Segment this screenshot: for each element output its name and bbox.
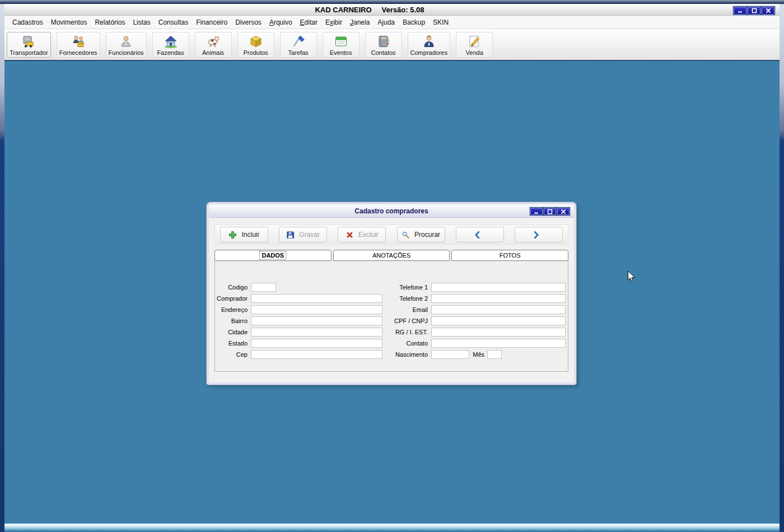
form-left-column: Codigo Comprador Endereço Bairro Cidade … — [215, 282, 382, 360]
endereco-input[interactable] — [251, 305, 382, 314]
toolbar-button-label: Compradores — [410, 49, 448, 56]
dialog-maximize-button[interactable] — [544, 208, 556, 215]
window-controls — [732, 6, 776, 16]
telefone1-input[interactable] — [431, 283, 566, 292]
toolbar-venda-button[interactable]: Venda — [456, 32, 493, 58]
nascimento-input[interactable] — [431, 350, 469, 359]
menu-diversos[interactable]: Diversos — [231, 17, 265, 28]
toolbar-button-label: Transportador — [10, 49, 48, 56]
buyer-icon — [422, 34, 436, 49]
mes-input[interactable] — [487, 350, 502, 359]
form-row-nascimento: Nascimento Mês — [388, 349, 566, 360]
toolbar-button-label: Produtos — [244, 49, 268, 56]
comprador-input[interactable] — [251, 294, 382, 303]
dialog-minimize-button[interactable] — [530, 208, 543, 215]
telefone2-input[interactable] — [431, 294, 566, 303]
toolbar-fazendas-button[interactable]: Fazendas — [152, 32, 189, 58]
menu-editar[interactable]: Editar — [296, 17, 321, 28]
toolbar-compradores-button[interactable]: Compradores — [408, 32, 451, 58]
incluir-button[interactable]: Incluir — [220, 227, 268, 242]
menu-movimentos[interactable]: Movimentos — [47, 17, 91, 28]
toolbar-button-label: Funcionários — [109, 49, 144, 56]
toolbar-contatos-button[interactable]: Contatos — [365, 32, 402, 58]
cadastro-compradores-dialog: Cadastro compradores Incluir — [207, 202, 576, 385]
gravar-button[interactable]: Gravar — [279, 227, 327, 242]
form-row-cpf-cnpj: CPF / CNPJ — [388, 315, 566, 326]
dialog-close-button[interactable] — [557, 208, 570, 215]
dialog-titlebar: Cadastro compradores — [209, 204, 574, 218]
screwdriver-icon — [291, 34, 306, 49]
toolbar-animais-button[interactable]: Animais — [195, 32, 232, 58]
cow-icon — [206, 34, 221, 49]
estado-label: Estado — [215, 340, 251, 347]
excluir-label: Excluir — [358, 231, 379, 239]
excluir-button[interactable]: Excluir — [338, 227, 386, 242]
previous-record-button[interactable] — [456, 227, 504, 242]
box-icon — [249, 34, 263, 49]
menu-backup[interactable]: Backup — [399, 17, 429, 28]
menu-arquivo[interactable]: Arquivo — [265, 17, 296, 28]
menu-exibir[interactable]: Exibir — [321, 17, 346, 28]
menubar: Cadastros Movimentos Relatórios Listas C… — [4, 16, 780, 29]
minimize-icon — [738, 8, 743, 13]
email-input[interactable] — [431, 305, 566, 314]
next-record-button[interactable] — [515, 227, 563, 242]
window-frame-top — [0, 0, 784, 4]
tab-anotacoes[interactable]: ANOTAÇÕES — [333, 250, 450, 261]
maximize-icon — [752, 8, 757, 13]
contato-input[interactable] — [431, 339, 566, 348]
toolbar-produtos-button[interactable]: Produtos — [237, 32, 274, 58]
form-row-email: Email — [388, 304, 566, 315]
codigo-label: Codigo — [215, 284, 251, 291]
nascimento-label: Nascimento — [388, 351, 431, 358]
menu-listas[interactable]: Listas — [129, 17, 154, 28]
tab-page-dados: Codigo Comprador Endereço Bairro Cidade … — [214, 261, 568, 372]
add-icon — [228, 231, 237, 239]
bairro-input[interactable] — [251, 316, 382, 325]
form-row-contato: Contato — [388, 338, 566, 349]
form-right-column: Telefone 1 Telefone 2 Email CPF / CNPJ R… — [388, 282, 566, 360]
menu-relatorios[interactable]: Relatórios — [91, 17, 129, 28]
menu-skin[interactable]: SKIN — [429, 17, 452, 28]
tab-fotos[interactable]: FOTOS — [451, 250, 568, 261]
codigo-input[interactable] — [251, 283, 276, 292]
main-toolbar: Transportador Fornecedores Funcionários — [4, 29, 780, 61]
maximize-button[interactable] — [748, 7, 760, 15]
menu-janela[interactable]: Janela — [346, 17, 374, 28]
toolbar-transportador-button[interactable]: Transportador — [7, 32, 51, 58]
toolbar-tarefas-button[interactable]: Tarefas — [280, 32, 317, 58]
arrow-left-icon — [473, 231, 482, 239]
address-book-icon — [376, 34, 391, 49]
rg-iest-input[interactable] — [431, 328, 566, 337]
menu-ajuda[interactable]: Ajuda — [374, 17, 399, 28]
menu-cadastros[interactable]: Cadastros — [8, 17, 47, 28]
menu-financeiro[interactable]: Financeiro — [192, 17, 231, 28]
cep-input[interactable] — [251, 350, 382, 359]
estado-input[interactable] — [251, 339, 382, 348]
incluir-label: Incluir — [241, 231, 259, 239]
calendar-icon — [334, 34, 348, 49]
truck-icon — [21, 34, 36, 49]
cpf-cnpj-label: CPF / CNPJ — [388, 318, 431, 324]
form-row-codigo: Codigo — [215, 282, 382, 293]
rg-iest-label: RG / I. EST. — [388, 329, 431, 335]
minimize-button[interactable] — [734, 7, 746, 15]
procurar-button[interactable]: Procurar — [397, 227, 445, 242]
tab-dados[interactable]: DADOS — [214, 250, 332, 261]
toolbar-funcionarios-button[interactable]: Funcionários — [106, 32, 147, 58]
form-row-endereco: Endereço — [215, 304, 382, 315]
form-row-telefone1: Telefone 1 — [388, 282, 566, 293]
cpf-cnpj-input[interactable] — [431, 316, 566, 325]
telefone2-label: Telefone 2 — [388, 295, 431, 302]
form-row-comprador: Comprador — [215, 293, 382, 304]
toolbar-button-label: Tarefas — [288, 49, 309, 56]
comprador-label: Comprador — [215, 295, 251, 302]
close-button[interactable] — [762, 7, 774, 15]
toolbar-eventos-button[interactable]: Eventos — [323, 32, 360, 58]
form-row-cidade: Cidade — [215, 326, 382, 338]
app-title: KAD CARNEIRO — [315, 6, 371, 14]
menu-consultas[interactable]: Consultas — [155, 17, 192, 28]
toolbar-fornecedores-button[interactable]: Fornecedores — [57, 32, 100, 58]
cidade-input[interactable] — [251, 328, 382, 337]
employee-icon — [119, 34, 133, 49]
